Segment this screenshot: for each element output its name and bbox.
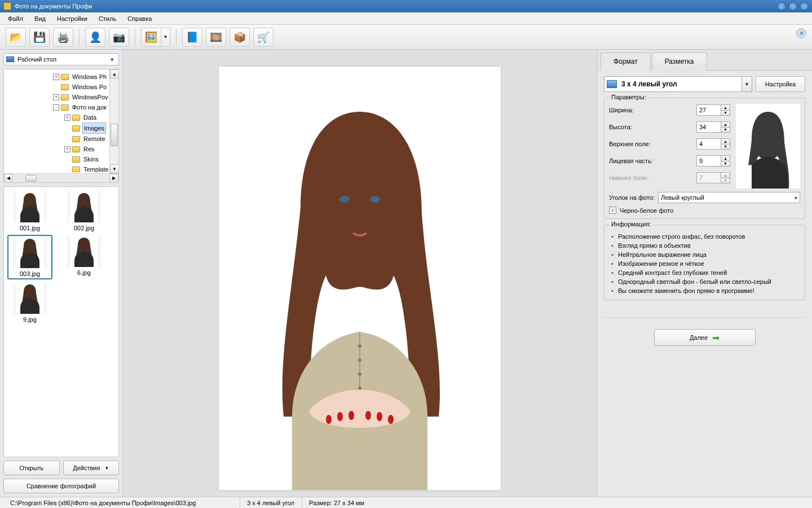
expand-icon[interactable]: + [64, 146, 70, 152]
width-spinner[interactable]: ▲▼ [696, 104, 730, 116]
scroll-right-button[interactable]: ▶ [109, 174, 118, 183]
height-input[interactable] [697, 122, 721, 132]
video-button[interactable]: 🎞️ [206, 28, 226, 47]
expand-icon[interactable]: + [53, 94, 59, 100]
svg-point-21 [377, 412, 382, 421]
menu-style[interactable]: Стиль [93, 14, 122, 24]
spin-down-icon[interactable]: ▼ [721, 144, 730, 150]
tree-item-label: Windows Po [71, 82, 108, 92]
titlebar: Фото на документы Профи [0, 0, 812, 12]
close-window-button[interactable] [800, 2, 809, 11]
tree-item[interactable]: Remote [5, 134, 117, 144]
expand-icon[interactable]: - [53, 104, 59, 111]
minimize-button[interactable] [777, 2, 786, 11]
gallery-button[interactable]: 🖼️ [141, 28, 161, 47]
face-spinner[interactable]: ▲▼ [696, 155, 730, 167]
folder-icon [61, 104, 69, 111]
tree-item[interactable]: +Data [5, 112, 117, 122]
next-button[interactable]: Далее ➡ [654, 329, 756, 346]
height-spinner[interactable]: ▲▼ [696, 121, 730, 133]
folder-icon [61, 94, 69, 100]
width-label: Ширина: [609, 107, 634, 113]
expand-icon[interactable]: + [53, 74, 59, 80]
help-button[interactable]: 📘 [182, 28, 202, 47]
tree-item[interactable]: -Фото на док [5, 102, 117, 112]
refresh-button[interactable]: 📦 [230, 28, 250, 47]
svg-point-14 [358, 358, 361, 362]
tree-item-label: Remote [82, 134, 107, 144]
top-spinner[interactable]: ▲▼ [696, 138, 730, 150]
spin-up-icon[interactable]: ▲ [721, 156, 730, 161]
svg-point-15 [358, 373, 361, 376]
thumbnail[interactable]: 002.jpg [61, 190, 107, 233]
spin-down-icon[interactable]: ▼ [721, 111, 730, 116]
thumbnail-label: 9.jpg [23, 316, 37, 323]
folder-icon [72, 136, 80, 142]
format-dropdown-button[interactable]: ▼ [742, 76, 752, 92]
tree-item-label: Skins [82, 154, 100, 164]
info-item: Расположение строго анфас, без поворотов [611, 232, 800, 241]
scroll-up-button[interactable]: ▲ [110, 69, 119, 78]
compare-button[interactable]: Сравнение фотографий [3, 479, 119, 493]
scroll-left-button[interactable]: ◀ [4, 174, 13, 183]
camera-button[interactable]: 📷 [109, 28, 129, 47]
tree-vscrollbar[interactable]: ▲ ▼ [109, 69, 118, 173]
spin-up-icon: ▲ [721, 173, 730, 178]
tree-item[interactable]: Windows Po [5, 82, 117, 92]
spin-down-icon[interactable]: ▼ [721, 128, 730, 133]
svg-point-17 [326, 415, 332, 424]
tree-item[interactable]: +Windows Ph [5, 72, 117, 82]
menu-help[interactable]: Справка [122, 14, 157, 24]
person-button[interactable]: 👤 [85, 28, 105, 47]
top-input[interactable] [697, 139, 721, 149]
tab-markup[interactable]: Разметка [652, 52, 707, 71]
tree-item[interactable]: +WindowsPov [5, 92, 117, 102]
tree-item[interactable]: Template [5, 164, 117, 172]
tree-item[interactable]: Images [5, 122, 117, 134]
thumbnail-label: 003.jpg [20, 270, 40, 277]
menu-file[interactable]: Файл [2, 14, 29, 24]
expand-icon[interactable]: + [64, 115, 70, 121]
print-button[interactable]: 🖨️ [53, 28, 73, 47]
thumbnail[interactable]: 003.jpg [7, 235, 52, 279]
path-combo[interactable]: Рабочий стол ▾ [3, 53, 119, 65]
format-settings-button[interactable]: Настройка [756, 76, 805, 92]
thumbnail[interactable]: 9.jpg [7, 282, 52, 324]
maximize-button[interactable] [788, 2, 797, 11]
tab-markup-label: Разметка [665, 58, 694, 65]
corner-select[interactable]: Левый круглый ▾ [658, 192, 800, 203]
face-input[interactable] [697, 156, 721, 166]
cart-button[interactable]: 🛒 [253, 28, 273, 47]
scroll-thumb[interactable] [25, 175, 37, 182]
right-pane: Формат Разметка 3 x 4 левый угол ▼ Настр… [597, 50, 812, 497]
scroll-down-button[interactable]: ▼ [110, 164, 119, 173]
photo-illustration [219, 67, 501, 490]
thumbnail[interactable]: 6.jpg [61, 235, 107, 279]
tab-format-label: Формат [614, 58, 638, 65]
spin-down-icon[interactable]: ▼ [721, 161, 730, 167]
thumbnail[interactable]: 001.jpg [7, 190, 52, 233]
spin-up-icon[interactable]: ▲ [721, 139, 730, 144]
bw-checkbox[interactable]: ✓ [609, 207, 616, 214]
width-input[interactable] [697, 105, 721, 115]
toolbar-separator [176, 29, 176, 46]
open-folder-button[interactable]: 📂 [6, 28, 26, 47]
tree-hscrollbar[interactable]: ◀ ▶ [4, 173, 118, 182]
tree-item[interactable]: +Res [5, 144, 117, 154]
parameters-fieldset: Параметры: Ширина: ▲▼ Высота: ▲▼ Верхнее… [604, 98, 805, 219]
format-select[interactable]: 3 x 4 левый угол [604, 76, 742, 92]
scroll-thumb[interactable] [111, 124, 118, 146]
menu-view[interactable]: Вид [29, 14, 51, 24]
tree-item[interactable]: Skins [5, 154, 117, 164]
bottom-input [697, 173, 721, 183]
close-panel-button[interactable]: ✕ [796, 28, 806, 38]
actions-button[interactable]: Действия▼ [63, 461, 120, 475]
open-button[interactable]: Открыть [3, 461, 60, 475]
menu-settings[interactable]: Настройки [51, 14, 93, 24]
save-button[interactable]: 💾 [29, 28, 50, 47]
tab-format[interactable]: Формат [601, 52, 651, 71]
spin-up-icon[interactable]: ▲ [721, 105, 730, 111]
folder-icon [61, 74, 69, 80]
spin-up-icon[interactable]: ▲ [721, 122, 730, 128]
gallery-dropdown[interactable]: ▼ [161, 28, 170, 47]
